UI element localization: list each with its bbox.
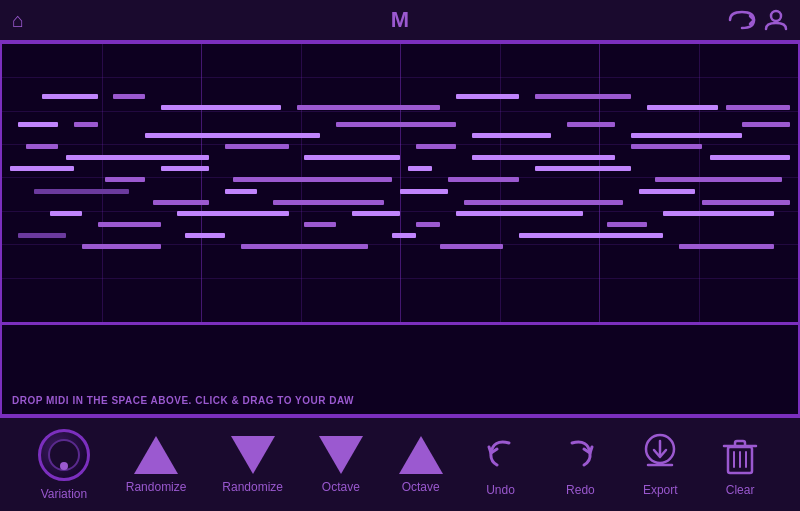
- variation-control[interactable]: Variation: [38, 429, 90, 501]
- piano-roll[interactable]: [2, 44, 798, 324]
- home-icon[interactable]: ⌂: [12, 9, 24, 32]
- randomize-up-control[interactable]: Randomize: [126, 436, 187, 494]
- octave-up-label: Octave: [402, 480, 440, 494]
- export-control[interactable]: Export: [638, 433, 682, 497]
- randomize-up-label: Randomize: [126, 480, 187, 494]
- clear-label: Clear: [726, 483, 755, 497]
- app-logo: M: [391, 7, 409, 33]
- grid-lines: [2, 44, 798, 322]
- svg-point-0: [771, 11, 781, 21]
- octave-down-control[interactable]: Octave: [319, 436, 363, 494]
- variation-label: Variation: [41, 487, 87, 501]
- export-icon[interactable]: [638, 433, 682, 477]
- variation-knob[interactable]: [38, 429, 90, 481]
- profile-icon[interactable]: [764, 8, 788, 32]
- randomize-down-icon[interactable]: [231, 436, 275, 474]
- undo-label: Undo: [486, 483, 515, 497]
- top-bar: ⌂ M: [0, 0, 800, 42]
- randomize-down-control[interactable]: Randomize: [222, 436, 283, 494]
- octave-down-icon[interactable]: [319, 436, 363, 474]
- randomize-down-label: Randomize: [222, 480, 283, 494]
- octave-up-control[interactable]: Octave: [399, 436, 443, 494]
- knob-indicator: [60, 462, 68, 470]
- octave-down-label: Octave: [322, 480, 360, 494]
- undo-control[interactable]: Undo: [479, 433, 523, 497]
- main-content: DROP MIDI IN THE SPACE ABOVE. CLICK & DR…: [0, 42, 800, 416]
- randomize-up-icon[interactable]: [134, 436, 178, 474]
- bottom-toolbar: Variation Randomize Randomize Octave Oct…: [0, 416, 800, 511]
- trash-icon[interactable]: [718, 433, 762, 477]
- drop-text: DROP MIDI IN THE SPACE ABOVE. CLICK & DR…: [12, 395, 354, 406]
- undo-icon[interactable]: [479, 433, 523, 477]
- clear-control[interactable]: Clear: [718, 433, 762, 497]
- redo-label: Redo: [566, 483, 595, 497]
- octave-up-icon[interactable]: [399, 436, 443, 474]
- top-bar-icons: [728, 8, 788, 32]
- loop-icon[interactable]: [728, 10, 756, 30]
- export-label: Export: [643, 483, 678, 497]
- lower-section: DROP MIDI IN THE SPACE ABOVE. CLICK & DR…: [2, 324, 798, 414]
- redo-control[interactable]: Redo: [558, 433, 602, 497]
- redo-icon[interactable]: [558, 433, 602, 477]
